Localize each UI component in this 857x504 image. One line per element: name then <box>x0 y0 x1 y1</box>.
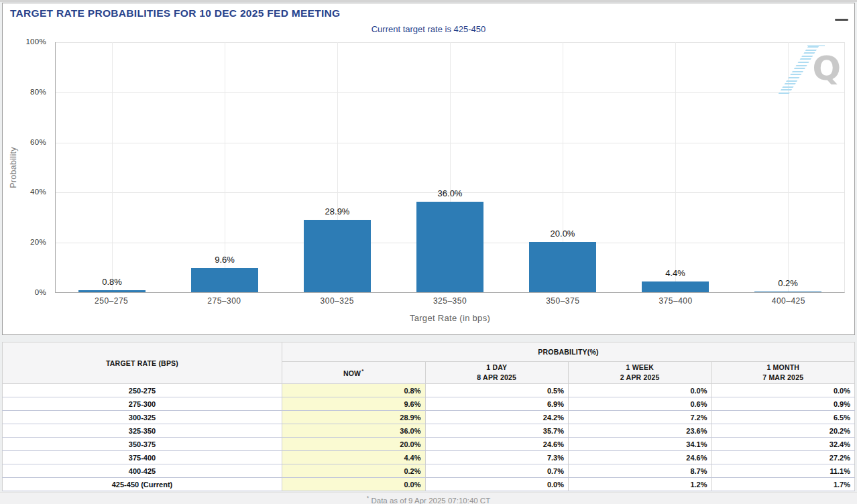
probability-bar[interactable] <box>416 202 483 292</box>
now-cell: 4.4% <box>282 451 426 464</box>
x-axis-label: Target Rate (in bps) <box>55 313 845 323</box>
menu-button[interactable] <box>835 10 848 21</box>
x-tick-label: 300–325 <box>281 296 394 306</box>
bar-slot: 9.6% <box>168 42 281 292</box>
table-row: 275-3009.6%6.9%0.6%0.9% <box>3 397 855 411</box>
bar-slot: 4.4% <box>619 42 732 292</box>
watermark-tail-icon <box>807 45 825 46</box>
table-row: 350-37520.0%24.6%34.1%32.4% <box>3 438 855 451</box>
bar-slot: 28.9% <box>281 42 394 292</box>
y-tick-label: 40% <box>3 188 51 196</box>
rate-cell: 250-275 <box>3 384 282 397</box>
top-strip <box>0 0 857 2</box>
rate-cell: 275-300 <box>3 397 282 411</box>
day-cell: 0.5% <box>425 384 569 397</box>
month-cell: 32.4% <box>711 438 855 451</box>
col-group-probability: PROBABILITY(%) <box>282 342 855 362</box>
day-cell: 6.9% <box>425 397 569 411</box>
bar-value-label: 0.8% <box>56 277 168 287</box>
day-cell: 24.6% <box>425 438 569 451</box>
rate-cell: 425-450 (Current) <box>3 478 282 491</box>
bar-value-label: 20.0% <box>506 229 619 239</box>
now-cell: 0.2% <box>282 464 426 478</box>
week-cell: 23.6% <box>569 424 712 438</box>
chart-panel: TARGET RATE PROBABILITIES FOR 10 DEC 202… <box>2 3 855 335</box>
rate-cell: 400-425 <box>3 464 282 478</box>
rate-cell: 325-350 <box>3 424 282 438</box>
month-cell: 0.0% <box>711 384 855 397</box>
week-cell: 0.6% <box>569 397 712 411</box>
x-tick-label: 250–275 <box>55 296 168 306</box>
col-header-now: NOW* <box>282 362 426 384</box>
table-row: 300-32528.9%24.2%7.2%6.5% <box>3 411 855 424</box>
bar-value-label: 0.2% <box>732 278 844 288</box>
quikstrike-watermark: Q <box>789 44 846 100</box>
x-tick-label: 350–375 <box>506 296 619 306</box>
x-axis-ticks: 250–275275–300300–325325–350350–375375–4… <box>55 296 845 306</box>
month-cell: 1.7% <box>711 478 855 491</box>
page-title: TARGET RATE PROBABILITIES FOR 10 DEC 202… <box>10 7 340 19</box>
probability-bar[interactable] <box>191 268 258 292</box>
now-cell: 36.0% <box>282 424 426 438</box>
data-asof-note: * Data as of 9 Apr 2025 07:10:40 CT <box>0 492 857 504</box>
y-tick-label: 80% <box>3 88 51 96</box>
x-tick-label: 275–300 <box>168 296 280 306</box>
month-cell: 0.9% <box>711 397 855 411</box>
probability-bar[interactable] <box>529 242 596 292</box>
probability-bar[interactable] <box>304 220 371 292</box>
y-tick-label: 20% <box>3 238 51 246</box>
asterisk-icon: * <box>361 368 363 374</box>
day-cell: 0.7% <box>425 464 569 478</box>
table-row: 425-450 (Current)0.0%0.0%1.2%1.7% <box>3 478 855 491</box>
probability-bar[interactable] <box>78 290 146 292</box>
probability-bar[interactable] <box>754 292 821 292</box>
x-tick-label: 375–400 <box>619 296 732 306</box>
col-header-target-rate: TARGET RATE (BPS) <box>3 342 282 384</box>
bar-slot: 20.0% <box>506 42 619 292</box>
rate-cell: 375-400 <box>3 451 282 464</box>
month-cell: 27.2% <box>711 451 855 464</box>
week-cell: 0.0% <box>569 384 712 397</box>
month-cell: 6.5% <box>711 411 855 424</box>
day-cell: 7.3% <box>425 451 569 464</box>
bar-value-label: 28.9% <box>281 206 394 216</box>
plot-area: 0.8%9.6%28.9%36.0%20.0%4.4%0.2% <box>55 42 845 293</box>
now-cell: 20.0% <box>282 438 426 451</box>
month-cell: 20.2% <box>711 424 855 438</box>
x-tick-label: 400–425 <box>732 296 845 306</box>
week-cell: 34.1% <box>569 438 712 451</box>
y-tick-label: 100% <box>3 38 51 46</box>
y-tick-label: 0% <box>3 288 51 296</box>
table-row: 325-35036.0%35.7%23.6%20.2% <box>3 424 855 438</box>
col-header-1day: 1 DAY8 APR 2025 <box>425 362 569 384</box>
day-cell: 35.7% <box>425 424 569 438</box>
probability-table: TARGET RATE (BPS) PROBABILITY(%) NOW* 1 … <box>2 342 855 491</box>
y-tick-label: 60% <box>3 138 51 146</box>
now-cell: 9.6% <box>282 397 426 411</box>
table-row: 375-4004.4%7.3%24.6%27.2% <box>3 451 855 464</box>
bar-slot: 0.8% <box>56 42 168 292</box>
gridline <box>112 42 113 292</box>
probability-bar[interactable] <box>642 281 709 292</box>
rate-cell: 300-325 <box>3 411 282 424</box>
y-axis-ticks: 100%80%60%40%20%0% <box>3 42 51 293</box>
table-body: 250-2750.8%0.5%0.0%0.0%275-3009.6%6.9%0.… <box>3 384 855 491</box>
day-cell: 24.2% <box>425 411 569 424</box>
day-cell: 0.0% <box>425 478 569 491</box>
now-cell: 0.8% <box>282 384 426 397</box>
bar-value-label: 4.4% <box>619 268 732 278</box>
col-header-1week: 1 WEEK2 APR 2025 <box>569 362 712 384</box>
table-row: 400-4250.2%0.7%8.7%11.1% <box>3 464 855 478</box>
bar-value-label: 9.6% <box>168 255 281 265</box>
now-cell: 28.9% <box>282 411 426 424</box>
x-tick-label: 325–350 <box>394 296 506 306</box>
gridline <box>675 42 676 292</box>
week-cell: 1.2% <box>569 478 712 491</box>
bar-value-label: 36.0% <box>394 188 506 198</box>
col-header-1month: 1 MONTH7 MAR 2025 <box>711 362 855 384</box>
bar-slot: 36.0% <box>394 42 506 292</box>
table-row: 250-2750.8%0.5%0.0%0.0% <box>3 384 855 397</box>
chart-subtitle: Current target rate is 425-450 <box>3 24 854 34</box>
week-cell: 24.6% <box>569 451 712 464</box>
rate-cell: 350-375 <box>3 438 282 451</box>
